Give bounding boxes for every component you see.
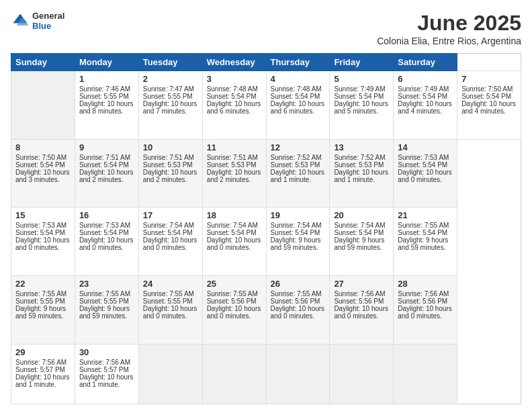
calendar-cell: 16Sunrise: 7:53 AMSunset: 5:54 PMDayligh…	[75, 208, 138, 276]
day-info: Sunset: 5:54 PM	[398, 161, 453, 169]
day-info: and 0 minutes.	[398, 176, 453, 183]
weekday-header: Monday	[75, 54, 138, 71]
day-number: 6	[398, 74, 453, 84]
day-info: and 1 minute.	[79, 381, 134, 388]
day-info: and 3 minutes.	[15, 176, 71, 183]
day-number: 16	[79, 210, 134, 220]
day-number: 28	[398, 279, 453, 289]
logo-blue: Blue	[32, 21, 64, 31]
day-info: Daylight: 10 hours	[143, 305, 198, 312]
day-info: Sunset: 5:56 PM	[271, 298, 326, 305]
day-info: and 5 minutes.	[334, 107, 389, 115]
header: General Blue June 2025 Colonia Elia, Ent…	[11, 11, 521, 46]
day-number: 11	[207, 142, 262, 152]
day-number: 7	[461, 74, 517, 84]
day-info: Daylight: 9 hours	[15, 305, 71, 312]
day-info: and 0 minutes.	[143, 244, 198, 251]
day-number: 5	[334, 74, 389, 84]
day-info: Sunset: 5:54 PM	[207, 93, 262, 100]
day-number: 13	[334, 142, 389, 152]
calendar-cell	[138, 344, 202, 404]
day-info: and 59 minutes.	[79, 312, 134, 320]
page: General Blue June 2025 Colonia Elia, Ent…	[0, 0, 532, 411]
day-number: 14	[398, 142, 453, 152]
day-info: Sunrise: 7:51 AM	[143, 154, 198, 161]
day-number: 29	[15, 347, 71, 357]
day-info: Sunrise: 7:54 AM	[143, 222, 198, 229]
day-number: 2	[143, 74, 198, 84]
calendar-cell: 24Sunrise: 7:55 AMSunset: 5:55 PMDayligh…	[138, 276, 202, 345]
day-info: and 1 minute.	[334, 176, 389, 183]
calendar-cell: 23Sunrise: 7:55 AMSunset: 5:55 PMDayligh…	[75, 276, 138, 345]
day-info: Daylight: 10 hours	[143, 236, 198, 244]
calendar-cell: 18Sunrise: 7:54 AMSunset: 5:54 PMDayligh…	[202, 208, 266, 276]
day-info: and 2 minutes.	[79, 176, 134, 183]
day-info: Daylight: 10 hours	[207, 169, 262, 176]
day-info: and 2 minutes.	[143, 176, 198, 183]
day-number: 1	[79, 74, 134, 84]
day-info: Sunrise: 7:48 AM	[207, 85, 262, 93]
day-info: Sunset: 5:54 PM	[334, 229, 389, 236]
calendar-cell: 29Sunrise: 7:56 AMSunset: 5:57 PMDayligh…	[11, 344, 75, 404]
day-info: and 59 minutes.	[271, 244, 326, 251]
day-info: Sunrise: 7:53 AM	[398, 154, 453, 161]
day-info: and 4 minutes.	[461, 107, 517, 115]
day-info: Sunset: 5:57 PM	[15, 366, 71, 373]
day-info: Sunset: 5:57 PM	[79, 366, 134, 373]
day-number: 3	[207, 74, 262, 84]
day-number: 22	[15, 279, 71, 289]
day-info: Sunset: 5:54 PM	[271, 93, 326, 100]
day-info: and 59 minutes.	[398, 244, 453, 251]
calendar-cell: 25Sunrise: 7:55 AMSunset: 5:56 PMDayligh…	[202, 276, 266, 345]
calendar-cell: 11Sunrise: 7:51 AMSunset: 5:53 PMDayligh…	[202, 139, 266, 208]
day-info: Daylight: 10 hours	[398, 100, 453, 107]
day-info: Daylight: 10 hours	[461, 100, 517, 107]
day-info: Daylight: 10 hours	[79, 169, 134, 176]
day-info: Sunrise: 7:46 AM	[79, 85, 134, 93]
day-info: Sunrise: 7:50 AM	[461, 85, 517, 93]
day-info: and 0 minutes.	[271, 312, 326, 320]
day-info: Sunset: 5:54 PM	[143, 229, 198, 236]
weekday-header: Saturday	[394, 54, 457, 71]
day-number: 24	[143, 279, 198, 289]
weekday-header: Sunday	[11, 54, 75, 71]
day-info: Sunrise: 7:47 AM	[143, 85, 198, 93]
day-info: Sunrise: 7:56 AM	[15, 359, 71, 366]
day-info: and 6 minutes.	[207, 107, 262, 115]
day-info: and 0 minutes.	[398, 312, 453, 320]
day-info: and 6 minutes.	[271, 107, 326, 115]
day-info: and 0 minutes.	[334, 312, 389, 320]
day-info: Sunset: 5:54 PM	[334, 93, 389, 100]
day-info: Daylight: 10 hours	[207, 236, 262, 244]
day-number: 15	[15, 210, 71, 220]
day-number: 20	[334, 210, 389, 220]
day-number: 9	[79, 142, 134, 152]
weekday-header: Thursday	[266, 54, 330, 71]
day-info: Sunrise: 7:48 AM	[271, 85, 326, 93]
weekday-header: Wednesday	[202, 54, 266, 71]
day-info: and 0 minutes.	[207, 312, 262, 320]
calendar-cell: 26Sunrise: 7:55 AMSunset: 5:56 PMDayligh…	[266, 276, 330, 345]
day-info: and 59 minutes.	[15, 312, 71, 320]
weekday-header: Tuesday	[138, 54, 202, 71]
logo-icon	[11, 11, 30, 30]
day-number: 8	[15, 142, 71, 152]
calendar-cell: 17Sunrise: 7:54 AMSunset: 5:54 PMDayligh…	[138, 208, 202, 276]
calendar-cell: 14Sunrise: 7:53 AMSunset: 5:54 PMDayligh…	[394, 139, 457, 208]
day-info: Sunset: 5:56 PM	[207, 298, 262, 305]
day-info: Sunrise: 7:55 AM	[207, 290, 262, 298]
day-info: Sunset: 5:54 PM	[461, 93, 517, 100]
day-info: Sunrise: 7:51 AM	[79, 154, 134, 161]
day-info: Daylight: 10 hours	[271, 100, 326, 107]
day-info: Daylight: 10 hours	[207, 100, 262, 107]
day-info: Sunrise: 7:52 AM	[271, 154, 326, 161]
day-info: Sunrise: 7:55 AM	[143, 290, 198, 298]
day-info: Sunset: 5:54 PM	[271, 229, 326, 236]
day-info: and 0 minutes.	[143, 312, 198, 320]
calendar-cell: 8Sunrise: 7:50 AMSunset: 5:54 PMDaylight…	[11, 139, 75, 208]
day-info: Daylight: 10 hours	[398, 169, 453, 176]
day-number: 18	[207, 210, 262, 220]
day-info: and 59 minutes.	[334, 244, 389, 251]
calendar-cell: 21Sunrise: 7:55 AMSunset: 5:54 PMDayligh…	[394, 208, 457, 276]
calendar-cell	[11, 71, 75, 140]
